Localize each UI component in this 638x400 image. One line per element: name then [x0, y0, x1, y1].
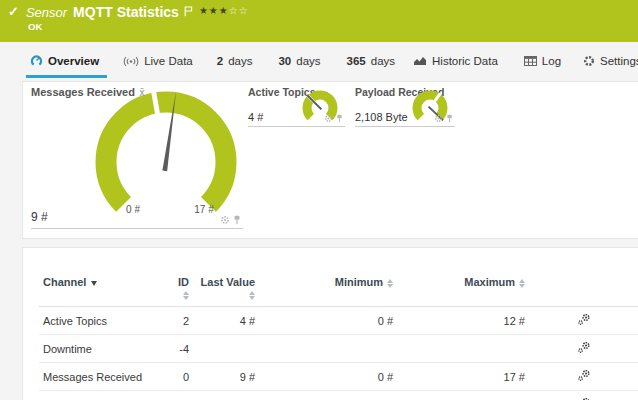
messages-gauge-dial: x̄ 0 # 17 #: [56, 86, 276, 226]
table-row: Downtime -4: [39, 335, 638, 363]
column-header-id[interactable]: ID: [169, 270, 193, 307]
channel-name: Messages Received: [39, 363, 169, 391]
channel-last-value: 9 #: [193, 363, 259, 391]
gauge-min-label: 0 #: [126, 204, 140, 215]
object-kind-label: Sensor: [26, 5, 67, 20]
tab-log-label: Log: [542, 55, 561, 67]
overview-content: Messages Received x̄ 0 # 17 # 9 # Active…: [0, 79, 638, 400]
star-filled-icons[interactable]: ★★★: [199, 5, 229, 16]
gear-icon: [583, 55, 595, 67]
channel-id: -4: [169, 335, 193, 363]
gauge-current-value: 9 #: [31, 210, 48, 224]
pin-icon[interactable]: [336, 114, 343, 123]
column-header-actions: [529, 270, 638, 307]
channel-id: 2: [169, 307, 193, 335]
gear-icon[interactable]: [324, 114, 333, 123]
sort-desc-icon: [91, 281, 97, 286]
tab-log[interactable]: Log: [524, 42, 561, 79]
tab-365-days[interactable]: 365days: [347, 42, 395, 79]
sensor-status-bar: ✓ Sensor MQTT Statistics ★★★☆☆ OK: [0, 0, 638, 42]
channel-name: Payload Received: [39, 391, 169, 400]
gauge-current-value: 2,108 Byte: [355, 111, 408, 123]
channel-name: Downtime: [39, 335, 169, 363]
tab-settings[interactable]: Settings: [583, 42, 638, 79]
channels-table-panel: Channel ID Last Value Minimum Maximum Ac…: [22, 247, 638, 400]
priority-flag-icon[interactable]: [184, 3, 193, 21]
sort-both-icon: [519, 279, 525, 288]
channel-maximum: 17 #: [397, 363, 529, 391]
gauge-active-topics: Active Topics 4 #: [248, 86, 345, 127]
channel-id: 0: [169, 363, 193, 391]
average-marker-label: x̄: [140, 87, 145, 98]
tab-bar: Overview Live Data 2days 30days 365days …: [0, 42, 638, 79]
channel-maximum: 12 #: [397, 307, 529, 335]
table-row: Payload Received 1 2,108 Byte 0 Byte 2,1…: [39, 391, 638, 400]
channel-minimum: 0 #: [259, 363, 397, 391]
column-header-last-value[interactable]: Last Value: [193, 270, 259, 307]
gear-icon[interactable]: [434, 114, 443, 123]
tab-overview-label: Overview: [48, 55, 99, 67]
gauge-current-value: 4 #: [248, 111, 263, 123]
broadcast-icon: [123, 55, 139, 67]
area-chart-icon: [413, 55, 427, 66]
tab-overview[interactable]: Overview: [30, 42, 99, 79]
channel-maximum: 2,120 Byte: [397, 391, 529, 400]
channel-minimum: [259, 335, 397, 363]
tab-live-data[interactable]: Live Data: [123, 42, 193, 79]
column-header-minimum[interactable]: Minimum: [259, 270, 397, 307]
channel-settings-icon[interactable]: [577, 313, 591, 326]
gauge-messages-received: Messages Received x̄ 0 # 17 # 9 #: [31, 86, 243, 229]
status-badge: OK: [28, 21, 42, 32]
channel-settings-icon[interactable]: [577, 341, 591, 354]
channel-last-value: 4 #: [193, 307, 259, 335]
channel-settings-icon[interactable]: [577, 369, 591, 382]
sort-both-icon: [183, 291, 189, 300]
sort-both-icon: [387, 279, 393, 288]
channel-maximum: [397, 335, 529, 363]
table-row: Messages Received 0 9 # 0 # 17 #: [39, 363, 638, 391]
sort-both-icon: [249, 291, 255, 300]
gear-icon[interactable]: [220, 215, 230, 225]
column-header-channel[interactable]: Channel: [39, 270, 169, 307]
channel-id: 1: [169, 391, 193, 400]
star-empty-icons[interactable]: ☆☆: [229, 5, 249, 16]
ok-check-icon: ✓: [8, 5, 19, 19]
table-row: Active Topics 2 4 # 0 # 12 #: [39, 307, 638, 335]
column-header-maximum[interactable]: Maximum: [397, 270, 529, 307]
tab-settings-label: Settings: [600, 55, 638, 67]
gauge-icon: [30, 54, 43, 67]
channel-minimum: 0 #: [259, 307, 397, 335]
tab-30-days[interactable]: 30days: [278, 42, 320, 79]
gauge-max-label: 17 #: [194, 204, 214, 215]
channel-last-value: [193, 335, 259, 363]
channels-table: Channel ID Last Value Minimum Maximum Ac…: [39, 270, 638, 400]
table-icon: [524, 56, 537, 66]
channel-last-value: 2,108 Byte: [193, 391, 259, 400]
pin-icon[interactable]: [233, 215, 241, 225]
tab-historic-data[interactable]: Historic Data: [413, 42, 498, 79]
gauges-panel: Messages Received x̄ 0 # 17 # 9 # Active…: [22, 81, 638, 239]
pin-icon[interactable]: [446, 114, 453, 123]
channel-name: Active Topics: [39, 307, 169, 335]
gauge-payload-received: Payload Received 2,108 Byte: [355, 86, 455, 127]
tab-live-data-label: Live Data: [144, 55, 193, 67]
page-title: MQTT Statistics: [73, 5, 179, 20]
tab-2-days[interactable]: 2days: [217, 42, 253, 79]
tab-historic-label: Historic Data: [432, 55, 498, 67]
channel-minimum: 0 Byte: [259, 391, 397, 400]
priority-stars[interactable]: ★★★☆☆: [199, 5, 249, 17]
